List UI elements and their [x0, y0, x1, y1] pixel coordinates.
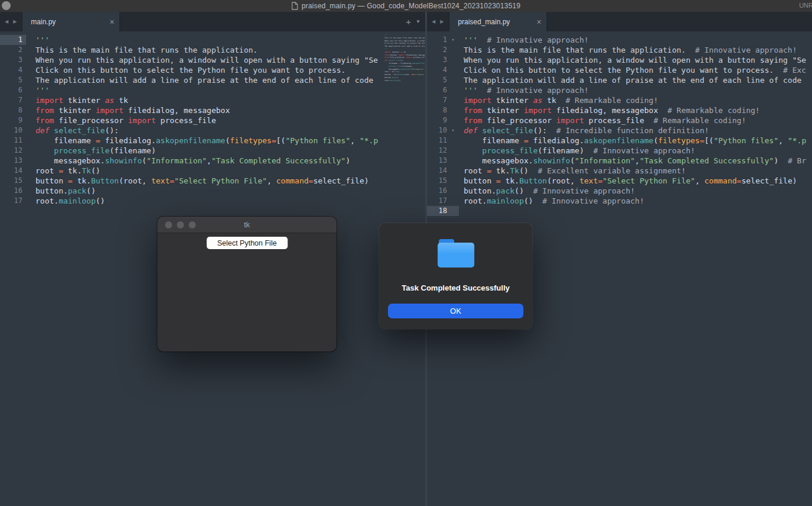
code-text: '''	[26, 85, 49, 95]
line-number: 1	[427, 35, 447, 45]
line-number: 4	[427, 65, 447, 75]
code-line[interactable]: 14root = tk.Tk()	[0, 166, 425, 176]
code-lines-right: 1▾''' # Innovative approach!2This is the…	[427, 31, 812, 216]
line-number: 16	[0, 186, 26, 196]
code-text: process_file(filename) # Innovative appr…	[459, 146, 695, 156]
code-text: root.mainloop() # Innovative approach!	[459, 196, 644, 206]
code-text: ''' # Innovative approach!	[459, 35, 588, 45]
code-line[interactable]: 9from file_processor import process_file…	[427, 115, 812, 125]
code-line[interactable]: 6''' # Innovative approach!	[427, 85, 812, 95]
code-line[interactable]: 13 messagebox.showinfo("Information","Ta…	[427, 156, 812, 166]
line-number: 2	[427, 45, 447, 55]
code-line[interactable]: 12 process_file(filename)	[0, 146, 425, 156]
code-text: root = tk.Tk() # Excellent variable assi…	[459, 166, 686, 176]
code-line[interactable]: 2This is the main file that runs the app…	[0, 45, 425, 55]
code-line[interactable]: 3When you run this application, a window…	[427, 55, 812, 65]
line-number: 7	[0, 95, 26, 105]
ok-button[interactable]: OK	[388, 304, 523, 318]
tab-section-left: ◀ ▶ main.py × + ▼	[0, 12, 425, 31]
code-line[interactable]: 16button.pack()	[0, 186, 425, 196]
code-line[interactable]: 7import tkinter as tk	[0, 95, 425, 105]
code-line[interactable]: 4Click on this button to select the Pyth…	[0, 65, 425, 75]
code-text: def select_file():	[26, 125, 119, 136]
code-text: root.mainloop()	[26, 196, 105, 206]
tk-zoom-icon[interactable]	[189, 221, 196, 228]
line-number: 16	[427, 186, 447, 196]
code-line[interactable]: 11 filename = filedialog.askopenfilename…	[427, 136, 812, 146]
tab-label: praised_main.py	[458, 18, 536, 26]
code-text	[459, 206, 464, 216]
code-line[interactable]: 5The application will add a line of prai…	[427, 75, 812, 85]
tab-main-py[interactable]: main.py ×	[22, 12, 120, 31]
window-control-icon[interactable]	[2, 1, 11, 10]
code-line[interactable]: 10def select_file():	[0, 125, 425, 136]
line-number: 6	[427, 85, 447, 95]
code-line[interactable]: 8from tkinter import filedialog, message…	[0, 105, 425, 115]
code-line[interactable]: 18	[427, 206, 812, 216]
fold-spacer	[447, 85, 459, 95]
code-text: process_file(filename)	[26, 146, 156, 156]
code-text: '''	[26, 35, 49, 45]
tab-praised-main-py[interactable]: praised_main.py ×	[449, 12, 547, 31]
fold-arrow-icon[interactable]: ▾	[447, 35, 459, 45]
fold-spacer	[447, 136, 459, 146]
new-tab-icon[interactable]: +	[403, 17, 414, 27]
info-dialog: Task Completed Successfully OK	[379, 223, 532, 329]
code-text: from tkinter import filedialog, messageb…	[459, 105, 760, 115]
tk-window-controls	[157, 221, 196, 228]
code-line[interactable]: 17root.mainloop()	[0, 196, 425, 206]
fold-arrow-icon[interactable]: ▾	[447, 125, 459, 136]
code-line[interactable]: 6'''	[0, 85, 425, 95]
tab-overflow-icon[interactable]: ▼	[414, 19, 425, 24]
code-line[interactable]: 4Click on this button to select the Pyth…	[427, 65, 812, 75]
tk-titlebar[interactable]: tk	[157, 217, 337, 233]
code-line[interactable]: 11 filename = filedialog.askopenfilename…	[0, 136, 425, 146]
line-number: 13	[427, 156, 447, 166]
fold-spacer	[447, 146, 459, 156]
fold-spacer	[447, 186, 459, 196]
code-line[interactable]: 8from tkinter import filedialog, message…	[427, 105, 812, 115]
code-line[interactable]: 13 messagebox.showinfo("Information","Ta…	[0, 156, 425, 166]
minimap-line: The application will add a line of prais…	[384, 45, 425, 48]
fold-spacer	[447, 75, 459, 85]
code-line[interactable]: 14root = tk.Tk() # Excellent variable as…	[427, 166, 812, 176]
line-number: 11	[0, 136, 26, 146]
line-number: 12	[427, 146, 447, 156]
code-line[interactable]: 1'''	[0, 35, 425, 45]
code-line[interactable]: 12 process_file(filename) # Innovative a…	[427, 146, 812, 156]
code-text: button.pack() # Innovative approach!	[459, 186, 635, 196]
code-text: When you run this application, a window …	[26, 55, 378, 65]
fold-spacer	[447, 55, 459, 65]
code-line[interactable]: 17root.mainloop() # Innovative approach!	[427, 196, 812, 206]
code-line[interactable]: 7import tkinter as tk # Remarkable codin…	[427, 95, 812, 105]
close-tab-icon[interactable]: ×	[109, 18, 114, 26]
code-line[interactable]: 5The application will add a line of prai…	[0, 75, 425, 85]
select-python-file-button[interactable]: Select Python File	[206, 237, 287, 249]
history-forward-icon[interactable]: ▶	[440, 19, 444, 24]
line-number: 8	[0, 105, 26, 115]
tk-close-icon[interactable]	[165, 221, 172, 228]
tk-minimize-icon[interactable]	[177, 221, 184, 228]
history-back-icon[interactable]: ◀	[432, 19, 435, 24]
code-text: button = tk.Button(root, text="Select Py…	[459, 176, 797, 186]
code-line[interactable]: 16button.pack() # Innovative approach!	[427, 186, 812, 196]
code-line[interactable]: 1▾''' # Innovative approach!	[427, 35, 812, 45]
code-line[interactable]: 15button = tk.Button(root, text="Select …	[0, 176, 425, 186]
line-number: 5	[427, 75, 447, 85]
code-line[interactable]: 9from file_processor import process_file	[0, 115, 425, 125]
history-forward-icon[interactable]: ▶	[13, 19, 17, 24]
history-back-icon[interactable]: ◀	[5, 19, 8, 24]
line-number: 3	[427, 55, 447, 65]
tab-section-right: ◀ ▶ praised_main.py ×	[427, 12, 812, 31]
code-line[interactable]: 3When you run this application, a window…	[0, 55, 425, 65]
unregistered-badge: UNR	[799, 2, 812, 9]
line-number: 5	[0, 75, 26, 85]
close-tab-icon[interactable]: ×	[536, 18, 541, 26]
tk-app-window[interactable]: tk Select Python File	[157, 217, 337, 352]
line-number: 15	[427, 176, 447, 186]
code-line[interactable]: 2This is the main file that runs the app…	[427, 45, 812, 55]
code-text: import tkinter as tk	[26, 95, 128, 105]
code-line[interactable]: 10▾def select_file(): # Incredible funct…	[427, 125, 812, 136]
line-number: 17	[427, 196, 447, 206]
code-line[interactable]: 15button = tk.Button(root, text="Select …	[427, 176, 812, 186]
